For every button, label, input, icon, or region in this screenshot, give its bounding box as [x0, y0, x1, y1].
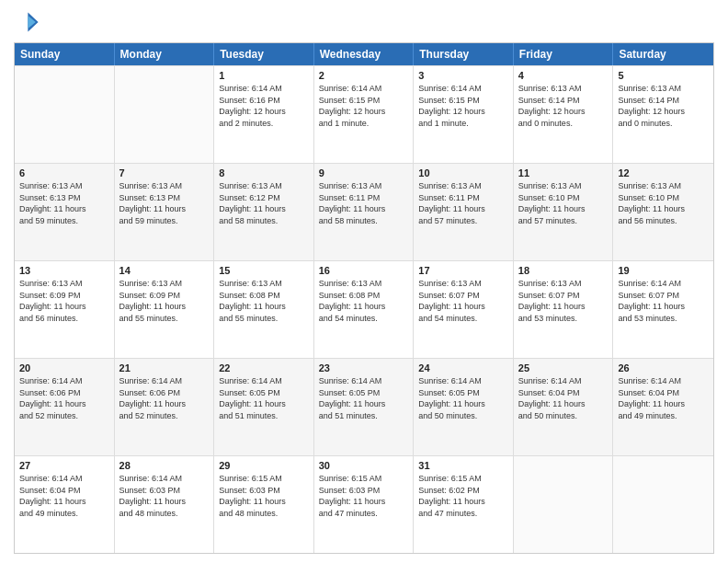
calendar-day-24: 24Sunrise: 6:14 AM Sunset: 6:05 PM Dayli…	[414, 359, 514, 455]
calendar-week-1: 1Sunrise: 6:14 AM Sunset: 6:16 PM Daylig…	[15, 65, 713, 163]
day-number: 25	[518, 362, 609, 373]
calendar: SundayMondayTuesdayWednesdayThursdayFrid…	[14, 42, 714, 554]
day-number: 31	[418, 460, 508, 471]
day-info: Sunrise: 6:13 AM Sunset: 6:07 PM Dayligh…	[418, 278, 508, 324]
day-info: Sunrise: 6:13 AM Sunset: 6:12 PM Dayligh…	[219, 180, 309, 226]
logo-icon	[14, 9, 40, 35]
day-number: 21	[119, 362, 210, 373]
calendar-day-4: 4Sunrise: 6:13 AM Sunset: 6:14 PM Daylig…	[514, 66, 614, 163]
calendar-week-4: 20Sunrise: 6:14 AM Sunset: 6:06 PM Dayli…	[15, 358, 713, 455]
day-info: Sunrise: 6:14 AM Sunset: 6:03 PM Dayligh…	[119, 473, 210, 519]
day-number: 22	[219, 362, 309, 373]
day-info: Sunrise: 6:13 AM Sunset: 6:13 PM Dayligh…	[19, 180, 109, 226]
day-number: 20	[19, 362, 109, 373]
day-info: Sunrise: 6:13 AM Sunset: 6:10 PM Dayligh…	[518, 180, 609, 226]
calendar-day-16: 16Sunrise: 6:13 AM Sunset: 6:08 PM Dayli…	[314, 261, 415, 358]
day-info: Sunrise: 6:13 AM Sunset: 6:09 PM Dayligh…	[119, 278, 210, 324]
day-info: Sunrise: 6:14 AM Sunset: 6:06 PM Dayligh…	[19, 375, 109, 421]
calendar-day-12: 12Sunrise: 6:13 AM Sunset: 6:10 PM Dayli…	[613, 164, 713, 260]
calendar-day-27: 27Sunrise: 6:14 AM Sunset: 6:04 PM Dayli…	[15, 456, 115, 553]
day-info: Sunrise: 6:13 AM Sunset: 6:08 PM Dayligh…	[219, 278, 309, 324]
calendar-empty-cell	[115, 66, 215, 163]
calendar-day-17: 17Sunrise: 6:13 AM Sunset: 6:07 PM Dayli…	[414, 261, 514, 358]
day-info: Sunrise: 6:14 AM Sunset: 6:06 PM Dayligh…	[119, 375, 210, 421]
day-number: 17	[418, 265, 508, 276]
page: SundayMondayTuesdayWednesdayThursdayFrid…	[0, 0, 728, 563]
weekday-header-saturday: Saturday	[613, 43, 713, 65]
day-number: 28	[119, 460, 210, 471]
calendar-day-11: 11Sunrise: 6:13 AM Sunset: 6:10 PM Dayli…	[514, 164, 614, 260]
weekday-header-thursday: Thursday	[414, 43, 514, 65]
weekday-header-tuesday: Tuesday	[214, 43, 314, 65]
day-number: 14	[119, 265, 210, 276]
day-number: 2	[319, 70, 409, 81]
calendar-day-5: 5Sunrise: 6:13 AM Sunset: 6:14 PM Daylig…	[613, 66, 713, 163]
day-info: Sunrise: 6:13 AM Sunset: 6:13 PM Dayligh…	[119, 180, 210, 226]
calendar-day-13: 13Sunrise: 6:13 AM Sunset: 6:09 PM Dayli…	[15, 261, 115, 358]
day-number: 29	[219, 460, 309, 471]
calendar-day-20: 20Sunrise: 6:14 AM Sunset: 6:06 PM Dayli…	[15, 359, 115, 455]
day-info: Sunrise: 6:13 AM Sunset: 6:11 PM Dayligh…	[319, 180, 409, 226]
day-number: 5	[618, 70, 709, 81]
day-number: 7	[119, 167, 210, 178]
calendar-day-21: 21Sunrise: 6:14 AM Sunset: 6:06 PM Dayli…	[115, 359, 215, 455]
calendar-day-8: 8Sunrise: 6:13 AM Sunset: 6:12 PM Daylig…	[214, 164, 314, 260]
calendar-day-29: 29Sunrise: 6:15 AM Sunset: 6:03 PM Dayli…	[214, 456, 314, 553]
weekday-header-sunday: Sunday	[15, 43, 115, 65]
day-number: 30	[319, 460, 409, 471]
calendar-day-30: 30Sunrise: 6:15 AM Sunset: 6:03 PM Dayli…	[314, 456, 415, 553]
day-number: 24	[418, 362, 508, 373]
calendar-day-9: 9Sunrise: 6:13 AM Sunset: 6:11 PM Daylig…	[314, 164, 415, 260]
weekday-header-wednesday: Wednesday	[314, 43, 415, 65]
calendar-day-2: 2Sunrise: 6:14 AM Sunset: 6:15 PM Daylig…	[314, 66, 415, 163]
day-number: 27	[19, 460, 109, 471]
calendar-header: SundayMondayTuesdayWednesdayThursdayFrid…	[15, 43, 713, 65]
day-number: 10	[418, 167, 508, 178]
day-info: Sunrise: 6:15 AM Sunset: 6:03 PM Dayligh…	[219, 473, 309, 519]
day-info: Sunrise: 6:13 AM Sunset: 6:14 PM Dayligh…	[618, 83, 709, 129]
day-number: 8	[219, 167, 309, 178]
day-info: Sunrise: 6:14 AM Sunset: 6:04 PM Dayligh…	[618, 375, 709, 421]
day-info: Sunrise: 6:14 AM Sunset: 6:07 PM Dayligh…	[618, 278, 709, 324]
calendar-day-1: 1Sunrise: 6:14 AM Sunset: 6:16 PM Daylig…	[214, 66, 314, 163]
day-number: 1	[219, 70, 309, 81]
calendar-day-14: 14Sunrise: 6:13 AM Sunset: 6:09 PM Dayli…	[115, 261, 215, 358]
calendar-day-26: 26Sunrise: 6:14 AM Sunset: 6:04 PM Dayli…	[613, 359, 713, 455]
day-info: Sunrise: 6:13 AM Sunset: 6:08 PM Dayligh…	[319, 278, 409, 324]
day-info: Sunrise: 6:14 AM Sunset: 6:16 PM Dayligh…	[219, 83, 309, 129]
day-info: Sunrise: 6:14 AM Sunset: 6:05 PM Dayligh…	[319, 375, 409, 421]
calendar-day-31: 31Sunrise: 6:15 AM Sunset: 6:02 PM Dayli…	[414, 456, 514, 553]
calendar-day-3: 3Sunrise: 6:14 AM Sunset: 6:15 PM Daylig…	[414, 66, 514, 163]
calendar-week-3: 13Sunrise: 6:13 AM Sunset: 6:09 PM Dayli…	[15, 260, 713, 358]
day-info: Sunrise: 6:13 AM Sunset: 6:11 PM Dayligh…	[418, 180, 508, 226]
calendar-empty-cell	[514, 456, 614, 553]
calendar-day-23: 23Sunrise: 6:14 AM Sunset: 6:05 PM Dayli…	[314, 359, 415, 455]
weekday-header-monday: Monday	[115, 43, 215, 65]
calendar-day-6: 6Sunrise: 6:13 AM Sunset: 6:13 PM Daylig…	[15, 164, 115, 260]
day-info: Sunrise: 6:13 AM Sunset: 6:07 PM Dayligh…	[518, 278, 609, 324]
day-number: 26	[618, 362, 709, 373]
day-info: Sunrise: 6:14 AM Sunset: 6:04 PM Dayligh…	[518, 375, 609, 421]
calendar-day-15: 15Sunrise: 6:13 AM Sunset: 6:08 PM Dayli…	[214, 261, 314, 358]
day-number: 4	[518, 70, 609, 81]
calendar-day-19: 19Sunrise: 6:14 AM Sunset: 6:07 PM Dayli…	[613, 261, 713, 358]
day-info: Sunrise: 6:14 AM Sunset: 6:05 PM Dayligh…	[418, 375, 508, 421]
calendar-day-28: 28Sunrise: 6:14 AM Sunset: 6:03 PM Dayli…	[115, 456, 215, 553]
calendar-body: 1Sunrise: 6:14 AM Sunset: 6:16 PM Daylig…	[15, 65, 713, 553]
day-info: Sunrise: 6:14 AM Sunset: 6:04 PM Dayligh…	[19, 473, 109, 519]
calendar-day-10: 10Sunrise: 6:13 AM Sunset: 6:11 PM Dayli…	[414, 164, 514, 260]
day-number: 16	[319, 265, 409, 276]
day-info: Sunrise: 6:13 AM Sunset: 6:10 PM Dayligh…	[618, 180, 709, 226]
day-info: Sunrise: 6:14 AM Sunset: 6:15 PM Dayligh…	[319, 83, 409, 129]
day-info: Sunrise: 6:14 AM Sunset: 6:05 PM Dayligh…	[219, 375, 309, 421]
calendar-week-5: 27Sunrise: 6:14 AM Sunset: 6:04 PM Dayli…	[15, 455, 713, 553]
calendar-empty-cell	[15, 66, 115, 163]
calendar-empty-cell	[613, 456, 713, 553]
calendar-day-22: 22Sunrise: 6:14 AM Sunset: 6:05 PM Dayli…	[214, 359, 314, 455]
calendar-day-7: 7Sunrise: 6:13 AM Sunset: 6:13 PM Daylig…	[115, 164, 215, 260]
day-number: 15	[219, 265, 309, 276]
day-number: 19	[618, 265, 709, 276]
day-info: Sunrise: 6:14 AM Sunset: 6:15 PM Dayligh…	[418, 83, 508, 129]
day-number: 9	[319, 167, 409, 178]
day-number: 3	[418, 70, 508, 81]
